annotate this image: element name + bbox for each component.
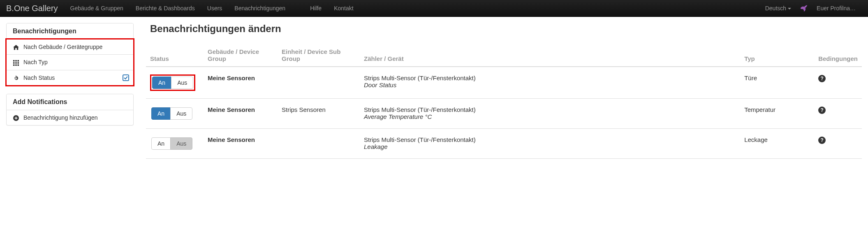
help-icon[interactable]: ? [818, 137, 826, 144]
toggle-off-button[interactable]: Aus [170, 137, 192, 150]
power-icon [13, 74, 19, 81]
toggle-on-button[interactable]: An [151, 137, 171, 150]
cell-cond: ? [814, 129, 862, 159]
svg-rect-4 [15, 62, 17, 64]
col-type: Typ [740, 45, 814, 67]
profile-label: Euer Profilna… [817, 5, 856, 12]
toggle-on-button[interactable]: An [151, 107, 171, 120]
col-group: Gebäude / Device Group [204, 45, 278, 67]
cell-group: Meine Sensoren [204, 129, 278, 159]
sidebar-panel-title: Benachrichtigungen [7, 23, 133, 39]
cell-device: Strips Multi-Sensor (Tür-/Fensterkontakt… [360, 99, 740, 129]
cell-type: Leckage [740, 129, 814, 159]
toggle-on-button[interactable]: An [152, 77, 171, 89]
top-navbar: B.One Gallery Gebäude & Gruppen Berichte… [0, 0, 868, 17]
col-status: Status [146, 45, 204, 67]
cell-type: Temperatur [740, 99, 814, 129]
sidebar-item-home[interactable]: Nach Gebäude / Gerätegruppe [7, 39, 133, 54]
col-cond: Bedingungen [814, 45, 862, 67]
nav-help[interactable]: Hilfe [304, 0, 328, 16]
col-device: Zähler / Gerät [360, 45, 740, 67]
nav-notifications[interactable]: Benachrichtigungen [228, 0, 292, 16]
toggle-wrap: AnAus [150, 106, 194, 121]
table-row: AnAusMeine SensorenStrips SensorenStrips… [146, 99, 862, 129]
sidebar-panel-add: Add Notifications Benachrichtigung hinzu… [6, 94, 134, 125]
table-row: AnAusMeine SensorenStrips Multi-Sensor (… [146, 129, 862, 159]
chevron-down-icon [788, 8, 791, 9]
cell-type: Türe [740, 67, 814, 99]
cell-subgroup [278, 67, 360, 99]
cell-subgroup [278, 129, 360, 159]
sidebar-panel-add-title: Add Notifications [7, 94, 133, 110]
notifications-table: Status Gebäude / Device Group Einheit / … [146, 45, 862, 159]
nav-contact[interactable]: Kontakt [328, 0, 359, 16]
device-sub: Door Status [364, 81, 396, 88]
cell-group: Meine Sensoren [204, 67, 278, 99]
svg-rect-0 [13, 60, 15, 62]
grid-icon [13, 59, 19, 65]
status-toggle[interactable]: AnAus [151, 107, 192, 120]
sidebar-item-power[interactable]: Nach Status [7, 70, 133, 85]
sidebar-item-label: Nach Typ [23, 59, 48, 65]
sidebar-nav-list: Nach Gebäude / GerätegruppeNach TypNach … [5, 38, 134, 86]
cell-device: Strips Multi-Sensor (Tür-/Fensterkontakt… [360, 129, 740, 159]
svg-rect-5 [18, 62, 19, 64]
device-sub: Average Temperature °C [364, 113, 432, 120]
home-icon [13, 44, 19, 50]
sidebar-panel-notifications: Benachrichtigungen Nach Gebäude / Geräte… [6, 23, 134, 86]
add-notification-button[interactable]: Benachrichtigung hinzufügen [7, 110, 133, 125]
language-dropdown[interactable]: Deutsch [759, 0, 797, 16]
svg-rect-9 [123, 75, 129, 81]
toggle-off-button[interactable]: Aus [170, 107, 192, 120]
add-notification-label: Benachrichtigung hinzufügen [23, 114, 98, 121]
svg-rect-8 [18, 64, 19, 66]
cell-device: Strips Multi-Sensor (Tür-/Fensterkontakt… [360, 67, 740, 99]
check-icon [123, 74, 129, 81]
nav-users[interactable]: Users [201, 0, 229, 16]
help-icon[interactable]: ? [818, 75, 826, 82]
cell-cond: ? [814, 67, 862, 99]
svg-rect-2 [18, 60, 19, 62]
nav-reports[interactable]: Berichte & Dashboards [130, 0, 201, 16]
sidebar-item-label: Nach Gebäude / Gerätegruppe [23, 44, 102, 50]
sidebar-item-grid[interactable]: Nach Typ [7, 54, 133, 70]
status-toggle[interactable]: AnAus [152, 77, 193, 89]
help-icon[interactable]: ? [818, 107, 826, 114]
sidebar: Benachrichtigungen Nach Gebäude / Geräte… [6, 23, 134, 134]
cell-cond: ? [814, 99, 862, 129]
svg-rect-7 [15, 64, 17, 66]
status-toggle[interactable]: AnAus [151, 137, 192, 150]
cell-group: Meine Sensoren [204, 99, 278, 129]
cell-subgroup: Strips Sensoren [278, 99, 360, 129]
main-content: Benachrichtigungen ändern Status Gebäude… [146, 23, 862, 159]
svg-rect-6 [13, 64, 15, 66]
col-subgroup: Einheit / Device Sub Group [278, 45, 360, 67]
toggle-wrap: AnAus [150, 136, 194, 151]
svg-rect-1 [15, 60, 17, 62]
profile-dropdown[interactable]: Euer Profilna… [810, 0, 862, 16]
toggle-off-button[interactable]: Aus [171, 77, 193, 89]
sidebar-item-label: Nach Status [23, 74, 55, 81]
nav-buildings[interactable]: Gebäude & Gruppen [64, 0, 130, 16]
device-sub: Leakage [364, 143, 388, 150]
brand[interactable]: B.One Gallery [6, 4, 64, 13]
page-title: Benachrichtigungen ändern [146, 23, 862, 35]
language-label: Deutsch [765, 5, 786, 12]
svg-rect-3 [13, 62, 15, 64]
hummingbird-icon [800, 4, 808, 12]
table-row: AnAusMeine SensorenStrips Multi-Sensor (… [146, 67, 862, 99]
toggle-wrap: AnAus [150, 74, 195, 91]
plus-icon [13, 114, 19, 121]
